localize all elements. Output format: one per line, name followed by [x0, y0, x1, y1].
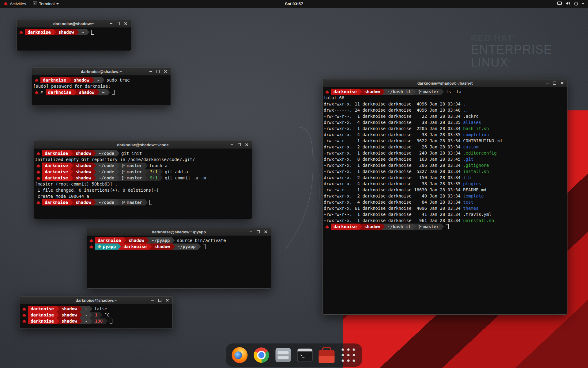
prompt-segment-red: darknoise	[40, 77, 69, 83]
dock-terminal-button[interactable]: >_	[296, 346, 314, 364]
powerline-separator	[76, 29, 79, 35]
prompt-segment-git: master	[119, 175, 145, 181]
minimize-button[interactable]	[544, 80, 551, 86]
close-button[interactable]	[122, 20, 129, 27]
minimize-button[interactable]	[147, 68, 154, 75]
terminal-window-pyapp[interactable]: darknoise@shadow:~/pyapp darknoiseshadow…	[87, 228, 271, 289]
terminal-line: drwxrwxr-x. 2 darknoise darknoise 40 Jan…	[324, 193, 566, 199]
activities-label: Activities	[10, 2, 26, 6]
terminal-content[interactable]: darknoiseshadow~falsedarknoiseshadow~1^C…	[20, 304, 172, 326]
activities-button[interactable]: Activities	[0, 0, 29, 8]
dock-files-button[interactable]	[274, 346, 292, 364]
dock-chrome-button[interactable]	[253, 346, 270, 364]
close-button[interactable]	[243, 141, 250, 148]
file-name: CONTRIBUTING.md	[463, 138, 502, 143]
minimize-button[interactable]	[107, 20, 115, 27]
powerline-separator	[117, 163, 119, 169]
terminal-line: drwxrwxr-x. 8 darknoise darknoise 163 Ja…	[324, 156, 566, 162]
file-meta: drwxrwxr-x. 11 darknoise darknoise 4096 …	[324, 102, 463, 106]
window-titlebar[interactable]: darknoise@shadow:~	[20, 297, 172, 304]
minimize-button[interactable]	[228, 141, 236, 148]
terminal-content[interactable]: darknoiseshadow~/pyappsource bin/activat…	[87, 236, 271, 251]
file-meta: drwxrwxr-x. 4 darknoise darknoise 84 Jan…	[324, 200, 463, 205]
powerline-separator	[79, 318, 82, 324]
terminal-text: false	[94, 306, 107, 311]
top-bar: Activities Terminal Sat 03:57	[0, 0, 588, 8]
dock-firefox-button[interactable]	[231, 346, 249, 364]
terminal-cursor	[149, 200, 152, 205]
dock-toolbox-button[interactable]	[318, 346, 336, 364]
file-name: test	[463, 200, 473, 205]
powerline-separator	[145, 169, 148, 175]
terminal-line: create mode 100644 a	[35, 193, 251, 199]
clock[interactable]: Sat 03:57	[285, 2, 303, 6]
terminal-line: # darknoiseshadow~	[33, 89, 170, 95]
file-meta: -rwxrwxr-x. 1 darknoise darknoise 2205 J…	[324, 126, 463, 131]
file-meta: drwxrwxr-x. 2 darknoise darknoise 40 Jan…	[324, 194, 463, 198]
system-status-area[interactable]	[553, 0, 588, 8]
powerline-separator	[74, 89, 77, 95]
file-meta: -rw-rw-r--. 1 darknoise darknoise 41 Jan…	[324, 212, 463, 217]
terminal-content[interactable]: darknoiseshadow~/codegit initInitialized…	[34, 149, 252, 207]
terminal-line: darknoiseshadow~1^C	[21, 312, 172, 318]
maximize-button[interactable]	[154, 68, 162, 75]
redhat-icon	[325, 225, 330, 229]
terminal-line: darknoiseshadow~/bash-itmasterls -la	[324, 89, 566, 95]
terminal-window-sudo[interactable]: darknoise@shadow:~ darknoiseshadow~sudo …	[32, 67, 171, 106]
powerline-separator	[70, 175, 73, 181]
close-button[interactable]	[262, 228, 269, 235]
files-icon	[276, 348, 291, 362]
power-icon	[574, 1, 579, 7]
app-menu-terminal[interactable]: Terminal	[29, 0, 62, 8]
file-meta: drwxrwxr-x. 2 darknoise darknoise 26 Jan…	[324, 144, 463, 149]
powerline-separator	[117, 199, 119, 205]
prompt-segment-darkred: shadow	[126, 237, 147, 243]
powerline-separator	[70, 199, 73, 205]
terminal-content[interactable]: darknoiseshadow~	[17, 28, 131, 37]
close-button[interactable]	[164, 297, 171, 304]
prompt-segment-path: ~/pyapp	[149, 237, 172, 243]
branch-icon	[122, 164, 125, 168]
close-button[interactable]	[558, 80, 566, 86]
minimize-button[interactable]	[247, 228, 254, 235]
maximize-button[interactable]	[115, 20, 122, 27]
close-button[interactable]	[162, 68, 169, 75]
window-titlebar[interactable]: darknoise@shadow:~	[32, 68, 171, 75]
terminal-line: -rw-rw-r--. 1 darknoise darknoise 41 Jan…	[324, 211, 566, 217]
terminal-line: -rw-rw-r--. 1 darknoise darknoise 3622 J…	[324, 138, 566, 144]
window-titlebar[interactable]: darknoise@shadow:~/bash-it	[323, 79, 567, 87]
terminal-line: [master (root-commit) 50bcb63] .	[35, 181, 251, 187]
terminal-content[interactable]: darknoiseshadow~sudo true[sudo] password…	[32, 75, 171, 97]
file-meta: drwx------. 24 darknoise darknoise 4096 …	[324, 108, 463, 113]
window-titlebar[interactable]: darknoise@shadow:~/code	[34, 141, 252, 149]
terminal-line: -rwxrwxr-x. 1 darknoise darknoise 206 Ja…	[324, 162, 566, 168]
redhat-menu-icon	[3, 2, 8, 6]
terminal-line: drwxrwxr-x. 2 darknoise darknoise 150 Ja…	[324, 174, 566, 181]
terminal-window-exit-codes[interactable]: darknoise@shadow:~ darknoiseshadow~false…	[20, 296, 173, 328]
powerline-separator	[56, 306, 59, 312]
window-titlebar[interactable]: darknoise@shadow:~/pyapp	[87, 228, 271, 236]
prompt-segment-darkred: shadow	[152, 243, 172, 250]
maximize-button[interactable]	[551, 80, 558, 86]
terminal-line: pyappdarknoiseshadow~/pyapp	[88, 243, 270, 250]
terminal-window-code[interactable]: darknoise@shadow:~/code darknoiseshadow~…	[34, 141, 252, 219]
maximize-button[interactable]	[156, 297, 164, 304]
terminal-text: 1 file changed, 0 insertions(+), 0 delet…	[35, 188, 159, 193]
terminal-line: total 68	[324, 95, 566, 101]
window-title: darknoise@shadow:~/bash-it	[417, 81, 473, 86]
terminal-window-home-small[interactable]: darknoise@shadow:~ darknoiseshadow~	[17, 20, 131, 51]
terminal-window-bash-it[interactable]: darknoise@shadow:~/bash-it darknoiseshad…	[322, 79, 567, 315]
minimize-button[interactable]	[149, 297, 156, 304]
prompt-segment-red: darknoise	[28, 312, 56, 318]
window-titlebar[interactable]: darknoise@shadow:~	[17, 20, 131, 28]
redhat-icon	[36, 170, 41, 174]
maximize-button[interactable]	[236, 141, 243, 148]
prompt-segment-git: master	[119, 199, 145, 205]
terminal-cursor	[91, 30, 94, 35]
dock-appgrid-button[interactable]	[340, 346, 357, 364]
powerline-separator	[100, 312, 103, 318]
maximize-button[interactable]	[254, 228, 262, 235]
prompt-segment-red: darknoise	[46, 89, 74, 95]
terminal-content[interactable]: darknoiseshadow~/bash-itmasterls -latota…	[323, 87, 567, 231]
redhat-icon	[325, 90, 330, 94]
